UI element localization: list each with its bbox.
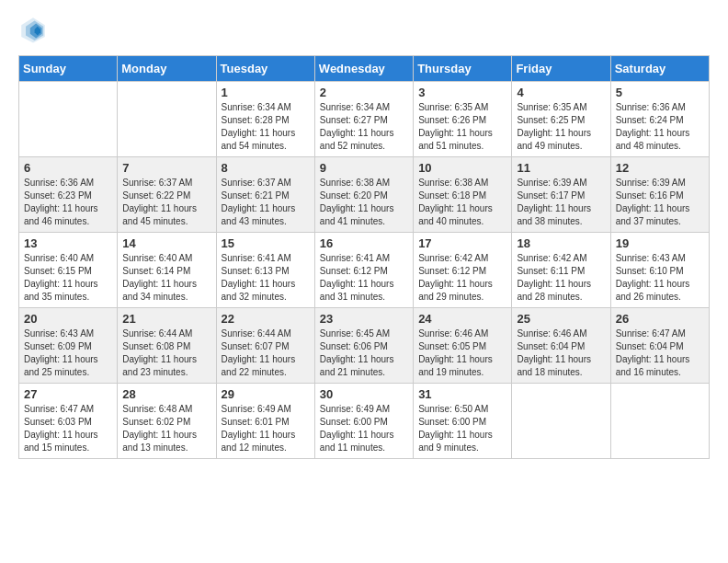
- logo-icon: [18, 15, 48, 44]
- calendar-cell: [118, 82, 216, 157]
- weekday-row: SundayMondayTuesdayWednesdayThursdayFrid…: [19, 56, 710, 82]
- calendar-cell: 6Sunrise: 6:36 AM Sunset: 6:23 PM Daylig…: [19, 157, 118, 233]
- calendar-cell: 20Sunrise: 6:43 AM Sunset: 6:09 PM Dayli…: [19, 308, 118, 384]
- day-info: Sunrise: 6:41 AM Sunset: 6:12 PM Dayligh…: [320, 252, 408, 304]
- day-number: 18: [517, 236, 605, 250]
- day-number: 16: [320, 236, 408, 250]
- day-number: 3: [418, 86, 506, 99]
- calendar-header: SundayMondayTuesdayWednesdayThursdayFrid…: [19, 56, 710, 82]
- week-row-3: 13Sunrise: 6:40 AM Sunset: 6:15 PM Dayli…: [19, 233, 710, 308]
- calendar-cell: 15Sunrise: 6:41 AM Sunset: 6:13 PM Dayli…: [216, 233, 314, 308]
- calendar-cell: 30Sunrise: 6:49 AM Sunset: 6:00 PM Dayli…: [314, 384, 413, 459]
- calendar-cell: 16Sunrise: 6:41 AM Sunset: 6:12 PM Dayli…: [314, 233, 413, 308]
- calendar-cell: 23Sunrise: 6:45 AM Sunset: 6:06 PM Dayli…: [314, 308, 413, 384]
- calendar-cell: 11Sunrise: 6:39 AM Sunset: 6:17 PM Dayli…: [512, 157, 610, 233]
- day-number: 20: [24, 312, 112, 326]
- day-number: 31: [418, 387, 506, 401]
- calendar-cell: 31Sunrise: 6:50 AM Sunset: 6:00 PM Dayli…: [414, 384, 512, 459]
- week-row-5: 27Sunrise: 6:47 AM Sunset: 6:03 PM Dayli…: [19, 384, 710, 459]
- calendar-cell: 4Sunrise: 6:35 AM Sunset: 6:25 PM Daylig…: [512, 82, 610, 157]
- day-number: 17: [418, 236, 506, 250]
- day-info: Sunrise: 6:45 AM Sunset: 6:06 PM Dayligh…: [320, 327, 408, 379]
- day-info: Sunrise: 6:36 AM Sunset: 6:24 PM Dayligh…: [616, 101, 704, 153]
- calendar-cell: 25Sunrise: 6:46 AM Sunset: 6:04 PM Dayli…: [512, 308, 610, 384]
- calendar-cell: 9Sunrise: 6:38 AM Sunset: 6:20 PM Daylig…: [314, 157, 413, 233]
- day-info: Sunrise: 6:43 AM Sunset: 6:10 PM Dayligh…: [616, 252, 704, 304]
- calendar-cell: 29Sunrise: 6:49 AM Sunset: 6:01 PM Dayli…: [216, 384, 314, 459]
- calendar-cell: 17Sunrise: 6:42 AM Sunset: 6:12 PM Dayli…: [414, 233, 512, 308]
- calendar-cell: [512, 384, 610, 459]
- calendar-cell: 2Sunrise: 6:34 AM Sunset: 6:27 PM Daylig…: [314, 82, 413, 157]
- day-number: 6: [24, 161, 112, 175]
- calendar-cell: 8Sunrise: 6:37 AM Sunset: 6:21 PM Daylig…: [216, 157, 314, 233]
- day-number: 24: [418, 312, 506, 326]
- day-info: Sunrise: 6:40 AM Sunset: 6:14 PM Dayligh…: [122, 252, 210, 304]
- header: [18, 15, 710, 44]
- weekday-header-monday: Monday: [118, 56, 216, 82]
- weekday-header-sunday: Sunday: [19, 56, 118, 82]
- calendar-cell: 22Sunrise: 6:44 AM Sunset: 6:07 PM Dayli…: [216, 308, 314, 384]
- day-info: Sunrise: 6:46 AM Sunset: 6:04 PM Dayligh…: [517, 327, 605, 379]
- day-info: Sunrise: 6:34 AM Sunset: 6:28 PM Dayligh…: [222, 101, 310, 153]
- day-info: Sunrise: 6:37 AM Sunset: 6:21 PM Dayligh…: [222, 177, 310, 228]
- day-number: 26: [616, 312, 704, 326]
- day-number: 14: [122, 236, 210, 250]
- weekday-header-wednesday: Wednesday: [314, 56, 413, 82]
- day-number: 27: [24, 387, 112, 401]
- day-number: 30: [320, 387, 408, 401]
- calendar-cell: 21Sunrise: 6:44 AM Sunset: 6:08 PM Dayli…: [118, 308, 216, 384]
- day-number: 22: [222, 312, 310, 326]
- day-number: 10: [418, 161, 506, 175]
- calendar-cell: 7Sunrise: 6:37 AM Sunset: 6:22 PM Daylig…: [118, 157, 216, 233]
- calendar-cell: [610, 384, 709, 459]
- calendar-cell: 26Sunrise: 6:47 AM Sunset: 6:04 PM Dayli…: [610, 308, 709, 384]
- day-info: Sunrise: 6:41 AM Sunset: 6:13 PM Dayligh…: [222, 252, 310, 304]
- day-info: Sunrise: 6:39 AM Sunset: 6:17 PM Dayligh…: [517, 177, 605, 228]
- calendar-cell: 28Sunrise: 6:48 AM Sunset: 6:02 PM Dayli…: [118, 384, 216, 459]
- weekday-header-tuesday: Tuesday: [216, 56, 314, 82]
- week-row-1: 1Sunrise: 6:34 AM Sunset: 6:28 PM Daylig…: [19, 82, 710, 157]
- weekday-header-friday: Friday: [512, 56, 610, 82]
- day-number: 23: [320, 312, 408, 326]
- calendar-cell: [19, 82, 118, 157]
- day-info: Sunrise: 6:43 AM Sunset: 6:09 PM Dayligh…: [24, 327, 112, 379]
- day-number: 7: [122, 161, 210, 175]
- day-info: Sunrise: 6:38 AM Sunset: 6:18 PM Dayligh…: [418, 177, 506, 228]
- day-info: Sunrise: 6:37 AM Sunset: 6:22 PM Dayligh…: [122, 177, 210, 228]
- day-info: Sunrise: 6:42 AM Sunset: 6:12 PM Dayligh…: [418, 252, 506, 304]
- day-number: 25: [517, 312, 605, 326]
- day-number: 2: [320, 86, 408, 99]
- calendar-cell: 18Sunrise: 6:42 AM Sunset: 6:11 PM Dayli…: [512, 233, 610, 308]
- logo: [18, 15, 53, 44]
- day-info: Sunrise: 6:46 AM Sunset: 6:05 PM Dayligh…: [418, 327, 506, 379]
- day-info: Sunrise: 6:49 AM Sunset: 6:01 PM Dayligh…: [222, 403, 310, 454]
- day-info: Sunrise: 6:39 AM Sunset: 6:16 PM Dayligh…: [616, 177, 704, 228]
- day-info: Sunrise: 6:40 AM Sunset: 6:15 PM Dayligh…: [24, 252, 112, 304]
- day-info: Sunrise: 6:35 AM Sunset: 6:25 PM Dayligh…: [517, 101, 605, 153]
- day-number: 13: [24, 236, 112, 250]
- day-info: Sunrise: 6:49 AM Sunset: 6:00 PM Dayligh…: [320, 403, 408, 454]
- day-number: 19: [616, 236, 704, 250]
- calendar-cell: 27Sunrise: 6:47 AM Sunset: 6:03 PM Dayli…: [19, 384, 118, 459]
- weekday-header-saturday: Saturday: [610, 56, 709, 82]
- day-number: 29: [222, 387, 310, 401]
- week-row-2: 6Sunrise: 6:36 AM Sunset: 6:23 PM Daylig…: [19, 157, 710, 233]
- calendar-cell: 12Sunrise: 6:39 AM Sunset: 6:16 PM Dayli…: [610, 157, 709, 233]
- calendar-cell: 24Sunrise: 6:46 AM Sunset: 6:05 PM Dayli…: [414, 308, 512, 384]
- day-info: Sunrise: 6:35 AM Sunset: 6:26 PM Dayligh…: [418, 101, 506, 153]
- day-number: 21: [122, 312, 210, 326]
- day-info: Sunrise: 6:47 AM Sunset: 6:03 PM Dayligh…: [24, 403, 112, 454]
- day-number: 4: [517, 86, 605, 99]
- day-number: 1: [222, 86, 310, 99]
- day-info: Sunrise: 6:44 AM Sunset: 6:07 PM Dayligh…: [222, 327, 310, 379]
- calendar-table: SundayMondayTuesdayWednesdayThursdayFrid…: [18, 55, 710, 459]
- week-row-4: 20Sunrise: 6:43 AM Sunset: 6:09 PM Dayli…: [19, 308, 710, 384]
- day-info: Sunrise: 6:48 AM Sunset: 6:02 PM Dayligh…: [122, 403, 210, 454]
- day-number: 5: [616, 86, 704, 99]
- calendar-cell: 1Sunrise: 6:34 AM Sunset: 6:28 PM Daylig…: [216, 82, 314, 157]
- day-info: Sunrise: 6:36 AM Sunset: 6:23 PM Dayligh…: [24, 177, 112, 228]
- day-info: Sunrise: 6:38 AM Sunset: 6:20 PM Dayligh…: [320, 177, 408, 228]
- calendar-body: 1Sunrise: 6:34 AM Sunset: 6:28 PM Daylig…: [19, 82, 710, 459]
- calendar-cell: 19Sunrise: 6:43 AM Sunset: 6:10 PM Dayli…: [610, 233, 709, 308]
- calendar-cell: 14Sunrise: 6:40 AM Sunset: 6:14 PM Dayli…: [118, 233, 216, 308]
